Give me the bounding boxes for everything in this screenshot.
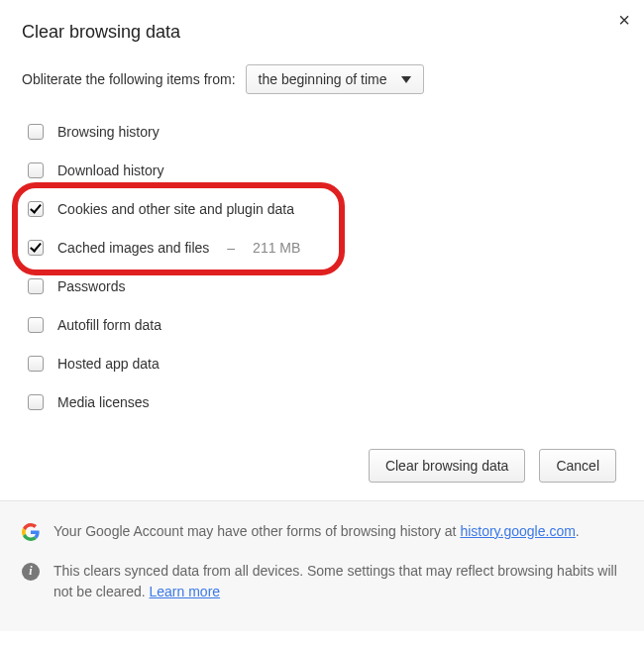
- dash-separator: –: [227, 240, 235, 256]
- cached-size: 211 MB: [253, 240, 300, 256]
- clear-browsing-data-dialog: Clear browsing data Obliterate the follo…: [0, 0, 644, 500]
- item-hosted-app-data[interactable]: Hosted app data: [28, 348, 622, 380]
- footer-sync-text-part: This clears synced data from all devices…: [54, 563, 617, 600]
- learn-more-link[interactable]: Learn more: [150, 584, 221, 599]
- label-autofill: Autofill form data: [57, 317, 161, 333]
- footer-sync-row: i This clears synced data from all devic…: [22, 561, 622, 603]
- time-range-label: Obliterate the following items from:: [22, 71, 236, 87]
- item-passwords[interactable]: Passwords: [28, 270, 622, 303]
- history-google-link[interactable]: history.google.com: [460, 523, 575, 539]
- item-cookies[interactable]: Cookies and other site and plugin data: [28, 193, 622, 226]
- time-range-value: the beginning of time: [259, 71, 387, 87]
- time-range-row: Obliterate the following items from: the…: [22, 64, 622, 94]
- checkbox-hosted-app-data[interactable]: [28, 356, 44, 372]
- label-passwords: Passwords: [57, 278, 125, 294]
- footer-account-row: Your Google Account may have other forms…: [22, 521, 622, 543]
- item-media-licenses[interactable]: Media licenses: [28, 386, 622, 419]
- label-browsing-history: Browsing history: [57, 124, 160, 140]
- google-logo-icon: [22, 523, 40, 541]
- label-download-history: Download history: [57, 162, 163, 178]
- checkbox-autofill[interactable]: [28, 317, 44, 333]
- footer-account-text-part: Your Google Account may have other forms…: [54, 523, 460, 539]
- item-download-history[interactable]: Download history: [28, 155, 622, 187]
- checkbox-download-history[interactable]: [28, 162, 44, 178]
- footer-account-after: .: [576, 523, 580, 539]
- dialog-footer: Your Google Account may have other forms…: [0, 500, 644, 631]
- checkbox-browsing-history[interactable]: [28, 124, 44, 140]
- label-hosted-app-data: Hosted app data: [57, 356, 160, 372]
- close-icon[interactable]: ×: [618, 10, 630, 30]
- label-media-licenses: Media licenses: [57, 394, 150, 410]
- label-cached: Cached images and files: [57, 240, 209, 256]
- item-autofill[interactable]: Autofill form data: [28, 309, 622, 342]
- items-list: Browsing history Download history Cookie…: [28, 116, 622, 419]
- dialog-title: Clear browsing data: [22, 22, 622, 43]
- time-range-select[interactable]: the beginning of time: [246, 64, 424, 94]
- checkbox-passwords[interactable]: [28, 278, 44, 294]
- checkbox-media-licenses[interactable]: [28, 394, 44, 410]
- footer-account-text: Your Google Account may have other forms…: [54, 521, 580, 543]
- clear-browsing-data-button[interactable]: Clear browsing data: [369, 449, 526, 483]
- checkbox-cached[interactable]: [28, 240, 44, 256]
- checkbox-cookies[interactable]: [28, 201, 44, 217]
- chevron-down-icon: [401, 76, 411, 83]
- info-icon: i: [22, 563, 40, 581]
- cancel-button[interactable]: Cancel: [539, 449, 616, 483]
- footer-sync-text: This clears synced data from all devices…: [54, 561, 622, 603]
- item-cached[interactable]: Cached images and files – 211 MB: [28, 232, 622, 265]
- dialog-buttons: Clear browsing data Cancel: [22, 425, 622, 500]
- label-cookies: Cookies and other site and plugin data: [57, 201, 294, 217]
- item-browsing-history[interactable]: Browsing history: [28, 116, 622, 149]
